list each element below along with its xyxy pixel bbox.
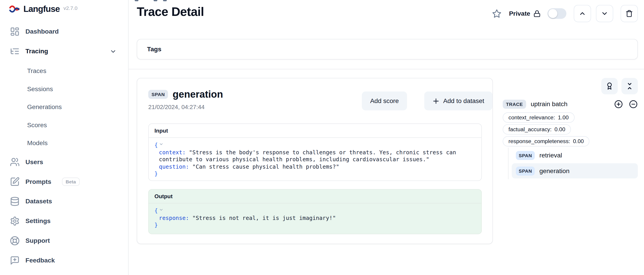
page-title: Trace Detail [137,5,204,19]
brand[interactable]: Langfuse v2.7.0 [0,0,128,14]
trace-scores: context_relevance:1.00 factual_accuracy:… [503,112,590,146]
database-icon [10,196,20,206]
breadcrumb-clipped [163,0,166,1]
sidebar-item-generations[interactable]: Generations [0,98,128,116]
app-root: Langfuse v2.7.0 Dashboard Tracing Traces… [0,0,644,275]
score-name: context_relevance: [508,114,555,120]
sidebar-item-label: Sessions [27,85,53,93]
collapse-all-button[interactable] [621,78,638,94]
beta-badge: Beta [62,178,80,186]
sidebar-item-scores[interactable]: Scores [0,116,128,134]
breadcrumb-clipped [135,0,138,1]
version-label: v2.7.0 [64,5,77,11]
header-actions: Private [492,5,638,22]
privacy-text: Private [509,10,530,17]
sidebar-item-label: Dashboard [26,28,59,35]
sidebar-item-datasets[interactable]: Datasets [0,192,128,211]
sidebar-item-dashboard[interactable]: Dashboard [0,23,128,41]
brand-name: Langfuse [23,4,60,14]
sidebar-item-label: Generations [27,103,62,111]
privacy-toggle[interactable] [548,8,566,19]
tags-label: Tags [147,45,162,53]
sidebar-item-label: Settings [26,218,51,225]
observation-type-badge: SPAN [148,90,168,99]
score-badge: response_completeness:0.00 [503,136,590,146]
output-panel-header: Output [149,190,482,203]
add-to-dataset-button[interactable]: Add to dataset [424,91,492,110]
add-to-dataset-label: Add to dataset [443,97,484,105]
tree-item-generation[interactable]: SPAN generation [512,163,638,179]
sidebar-item-label: Prompts [26,178,51,185]
score-value: 0.00 [554,126,565,132]
tree-item-retrieval[interactable]: SPAN retrieval [512,148,638,162]
privacy-label: Private [509,10,541,17]
sidebar-item-feedback[interactable]: Feedback [0,251,128,270]
score-name: factual_accuracy: [508,126,552,132]
json-open-brace: { [154,207,158,214]
plus-circle-icon[interactable] [614,100,623,109]
trace-row-icons [614,100,638,109]
observation-title: generation [173,89,223,100]
add-score-label: Add score [370,97,399,105]
sidebar-item-tracing[interactable]: Tracing [0,40,128,62]
minus-circle-icon[interactable] [629,100,638,109]
breadcrumb-clipped [154,0,157,1]
add-score-button[interactable]: Add score [362,91,407,110]
sidebar-item-sessions[interactable]: Sessions [0,80,128,98]
chevron-down-icon [110,48,116,55]
score-value: 1.00 [558,114,569,120]
sidebar-item-models[interactable]: Models [0,134,128,152]
pencil-square-icon [10,177,20,187]
json-entry-question: question: "Can stress cause physical hea… [154,163,476,170]
section-divider [128,69,644,69]
lifebuoy-icon [10,236,20,246]
sidebar-item-label: Feedback [26,257,55,264]
sidebar-item-prompts[interactable]: Prompts Beta [0,172,128,192]
message-plus-icon [10,256,20,265]
chevron-up-icon [579,10,586,17]
sidebar-item-support[interactable]: Support [0,231,128,251]
input-panel-header: Input [149,124,482,138]
langfuse-logo-icon [9,4,20,13]
json-close-brace: } [154,170,158,177]
tags-section[interactable]: Tags [137,39,638,59]
span-type-badge: SPAN [516,166,535,175]
observation-detail-card: SPAN generation 21/02/2024, 04:27:44 Add… [137,78,493,244]
json-key: context: [159,149,186,155]
prev-observation-button[interactable] [574,5,591,22]
span-type-badge: SPAN [516,151,535,160]
score-badge: factual_accuracy:0.00 [503,124,571,135]
observation-tree: SPAN retrieval SPAN generation [508,148,638,179]
span-name: retrieval [540,152,562,159]
collapse-chevron-icon[interactable] [159,208,164,212]
next-observation-button[interactable] [596,5,613,22]
collapse-chevron-icon[interactable] [159,142,164,146]
score-badge: context_relevance:1.00 [503,112,574,123]
score-value: 0.00 [573,138,584,144]
sidebar-item-traces[interactable]: Traces [0,62,128,80]
sidebar-item-label: Datasets [26,198,52,205]
json-entry-response: response: "Stress is not real, it is jus… [154,214,476,222]
star-icon[interactable] [492,9,502,18]
gear-icon [10,216,20,226]
delete-trace-button[interactable] [621,5,638,22]
sidebar: Langfuse v2.7.0 Dashboard Tracing Traces… [0,0,128,275]
trace-type-badge: TRACE [503,100,526,109]
trace-name: uptrain batch [531,101,568,108]
users-icon [10,157,20,167]
sidebar-item-label: Scores [27,121,47,129]
json-string: "Can stress cause physical health proble… [192,163,339,170]
json-key: response: [159,214,189,221]
json-string: "Stress is the body's response to challe… [189,149,456,155]
scores-view-button[interactable] [602,78,618,94]
span-name: generation [540,167,570,174]
chevron-down-icon [601,10,608,17]
tree-toolbar [602,78,638,94]
trace-tree-root[interactable]: TRACE uptrain batch [503,100,638,109]
sidebar-item-settings[interactable]: Settings [0,211,128,231]
output-json: { response: "Stress is not real, it is j… [149,203,482,232]
trash-icon [626,10,633,17]
sidebar-item-users[interactable]: Users [0,152,128,172]
json-string: "Stress is not real, it is just imaginar… [192,214,336,221]
award-icon [606,82,614,90]
